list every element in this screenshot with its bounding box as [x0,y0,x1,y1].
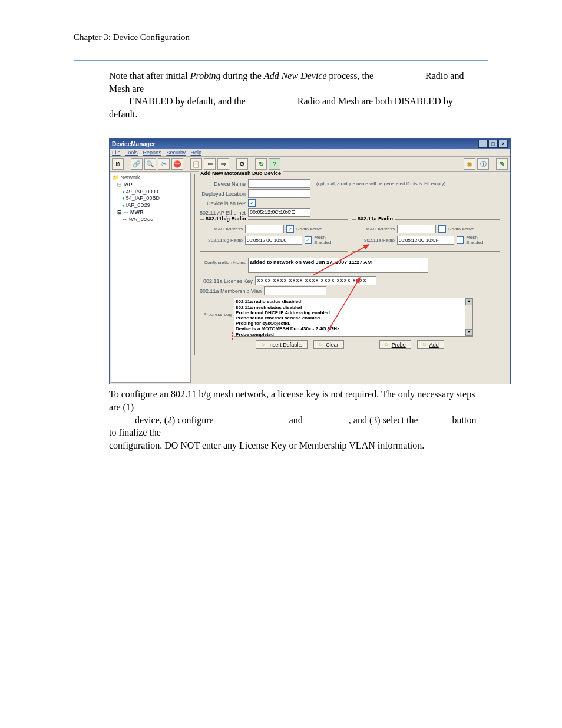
clear-button[interactable]: ☞Clear [313,340,344,349]
log-scrollbar[interactable]: ▲ ▼ [465,298,472,336]
pen-icon[interactable]: ✎ [496,158,508,170]
tree-item[interactable]: ●IAP_0D29 [122,202,189,209]
tree-item[interactable]: ●49_IAP_0000 [122,189,189,196]
insert-defaults-button[interactable]: ☞Insert Defaults [256,340,308,349]
titlebar: DeviceManager _ □ × [110,139,510,149]
content-box: Note that after initial Probing during t… [74,60,488,460]
tree-root-label: Network [121,174,140,180]
menu-file[interactable]: File [112,150,121,156]
forward-icon[interactable]: ⇨ [217,158,229,170]
hand-icon: ☞ [422,341,428,348]
add-button[interactable]: ☞Add [417,340,444,349]
chapter-header: Chapter 3: Device Configuration [74,32,488,42]
after-paragraph: To configure an 802.11 b/g mesh network,… [109,388,481,452]
deployed-input[interactable] [248,189,310,198]
license-input[interactable]: XXXX-XXXX-XXXX-XXXX-XXXX-XXXX-XXXX [255,276,376,285]
license-label: 802.11a License Key [200,278,253,284]
vlan-input[interactable] [264,286,326,295]
tree-item[interactable]: ↔ WR_0D06 [122,216,189,223]
tree-label: MWR [130,209,144,215]
btn-label: Insert Defaults [268,342,302,348]
log-line: 802.11a radio status disabled [236,299,471,304]
refresh-icon[interactable]: ↻ [255,158,267,170]
device-manager-window: DeviceManager _ □ × File Tools Reports S… [109,138,511,384]
mac-input[interactable] [397,225,436,233]
notes-label: Configuration Notes [200,258,246,265]
log-line: Device is a MOTOMESH Duo 430x - 2.4/5.8G… [236,326,471,331]
radio-active-checkbox[interactable] [438,225,446,233]
fieldset-legend: Add New MotoMesh Duo Device [199,170,283,176]
is-iap-label: Device is an IAP [200,200,246,206]
ethernet-input[interactable]: 00:05:12:0C:10:CE [248,208,310,217]
t: ENABLED by default, and the [127,96,246,106]
tools-icon[interactable]: ✂ [158,158,170,170]
radio-a-legend: 802.11a Radio [356,216,395,222]
menu-security[interactable]: Security [166,150,186,156]
tree-root[interactable]: 📁 Network [113,174,189,182]
menubar: File Tools Reports Security Help [110,149,510,156]
t: Add New Device [264,71,327,81]
is-iap-checkbox[interactable]: ✓ [248,199,256,207]
maximize-button[interactable]: □ [488,140,498,148]
hand-icon: ☞ [261,341,266,348]
menu-tools[interactable]: Tools [125,150,138,156]
device-name-hint: (optional, a unique name will be generat… [316,181,445,186]
config-icon[interactable]: ⚙ [236,158,248,170]
mac-label: MAC Address [357,226,395,232]
main-panel: Add New MotoMesh Duo Device Device Name … [192,172,510,384]
tree-iap[interactable]: ⊟ IAP [117,182,189,189]
minimize-button[interactable]: _ [478,140,488,148]
radio-a-fieldset: 802.11a Radio MAC Address Radio Active 8… [352,219,500,252]
menu-reports[interactable]: Reports [143,150,161,156]
info-icon[interactable]: ⓘ [477,158,489,170]
radio-active-label: Radio Active [296,226,322,232]
bg-radio-input[interactable]: 00:05:12:0C:10:D0 [245,236,302,245]
radio-active-checkbox[interactable]: ✓ [286,225,294,233]
scroll-down-icon[interactable]: ▼ [465,329,472,336]
a-radio-input[interactable]: 00:05:12:0C:10:CF [397,236,454,245]
back-icon[interactable]: ⇦ [204,158,216,170]
radio-bg-fieldset: 802.11b/g Radio MAC Address ✓ Radio Acti… [200,219,348,252]
deployed-label: Deployed Location [200,191,246,197]
t: during the [221,71,264,81]
t: Note that after initial [109,71,190,81]
bg-radio-label: 802.11b/g Radio [205,238,243,243]
t: Probing [190,71,221,81]
paste-icon[interactable]: 📋 [190,158,202,170]
record-icon[interactable]: ◉ [464,158,475,170]
close-button[interactable]: × [498,140,508,148]
link-icon[interactable]: 🔗 [131,158,143,170]
help-icon[interactable]: ? [269,158,280,170]
mac-input[interactable] [245,225,284,233]
tree-item[interactable]: ●54_IAP_00BD [122,195,189,202]
notes-input[interactable]: added to network on Wed Jun 27, 2007 11:… [248,258,428,273]
radio-bg-legend: 802.11b/g Radio [204,216,248,222]
scroll-up-icon[interactable]: ▲ [465,298,472,305]
t: , and (3) select the [349,415,418,425]
t: process, the [327,71,374,81]
device-name-input[interactable] [248,179,310,188]
tree-label: IAP_0D29 [126,202,150,208]
device-name-label: Device Name [200,181,246,187]
log-line: Probe found DHCP IP Addressing enabled. [236,310,471,315]
find-icon[interactable]: 🔍 [144,158,156,170]
tree-label: WR_0D06 [129,216,154,222]
mesh-enabled-checkbox[interactable]: ✓ [305,236,312,244]
blank-line [109,95,127,104]
intro-paragraph: Note that after initial Probing during t… [109,70,481,120]
new-icon[interactable]: 🗎 [112,158,124,170]
t: and [289,415,303,425]
stop-icon[interactable]: ⛔ [171,158,183,170]
tree-mwr[interactable]: ⊟ ↔ MWR [117,209,189,216]
btn-label: Add [429,342,439,348]
menu-help[interactable]: Help [190,150,201,156]
btn-label: Probe [392,342,406,348]
a-radio-label: 802.11a Radio [357,238,395,243]
progress-log[interactable]: 802.11a radio status disabled 802.11a me… [234,298,473,337]
mesh-enabled-label: Mesh Enabled [314,235,343,245]
log-line: Probe found ethernet service enabled. [236,315,471,321]
device-tree[interactable]: 📁 Network ⊟ IAP ●49_IAP_0000 ●54_IAP_00B… [111,173,191,383]
mesh-enabled-checkbox[interactable] [457,236,464,244]
probe-button[interactable]: ☞Probe [379,340,411,349]
tree-label: 49_IAP_0000 [126,189,158,195]
